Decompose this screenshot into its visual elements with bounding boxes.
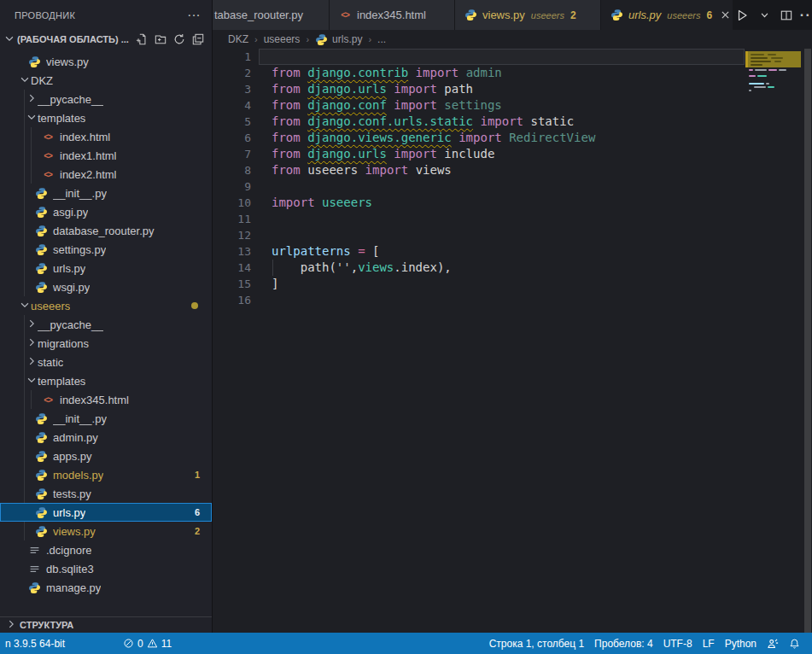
status-eol[interactable]: LF — [698, 633, 720, 654]
tab-problems-badge: 2 — [570, 9, 576, 21]
breadcrumb-item-DKZ[interactable]: DKZ — [228, 33, 248, 45]
code-text — [251, 49, 272, 65]
tree-item-views.py[interactable]: views.py — [0, 52, 212, 71]
tree-item-static[interactable]: static — [0, 353, 212, 371]
breadcrumb-item-useeers[interactable]: useeers — [264, 33, 301, 45]
close-icon[interactable] — [720, 9, 731, 20]
minimap-mark — [771, 57, 783, 59]
status-indentation[interactable]: Пробелов: 4 — [589, 633, 658, 654]
code-line-14[interactable]: 14 path('',views.index), — [213, 260, 812, 276]
code-line-5[interactable]: 5from django.conf.urls.static import sta… — [213, 114, 812, 130]
tab-urls.py[interactable]: urls.pyuseeers6 — [601, 0, 733, 30]
tree-item-__init__.py[interactable]: __init__.py — [0, 184, 212, 202]
tree-item-index2.html[interactable]: <>index2.html — [0, 165, 212, 184]
html-file-icon: <> — [41, 130, 55, 143]
tab-index345.html[interactable]: <>index345.html — [330, 0, 455, 30]
chevron-down-icon — [19, 73, 31, 88]
code-line-16[interactable]: 16 — [213, 292, 812, 308]
tab-label: index345.html — [357, 9, 426, 21]
code-line-3[interactable]: 3from django.urls import path — [213, 81, 812, 97]
code-line-6[interactable]: 6from django.views.generic import Redire… — [213, 130, 812, 146]
tree-item-__pycache__[interactable]: __pycache__ — [0, 90, 212, 108]
bell-icon — [789, 638, 800, 650]
minimap[interactable] — [745, 49, 803, 633]
run-dropdown-button[interactable] — [756, 7, 773, 24]
status-cursor-position[interactable]: Строка 1, столбец 1 — [484, 633, 589, 654]
tree-item-migrations[interactable]: migrations — [0, 334, 212, 353]
code-line-4[interactable]: 4from django.conf import settings — [213, 97, 812, 114]
status-notifications[interactable] — [784, 633, 805, 654]
code-line-8[interactable]: 8from useeers import views — [213, 162, 812, 178]
tree-item-admin.py[interactable]: admin.py — [0, 428, 212, 447]
tree-item-label: __init__.py — [53, 412, 107, 425]
line-number: 13 — [213, 243, 251, 260]
editor-actions: ··· — [733, 0, 812, 30]
outline-title: СТРУКТУРА — [20, 620, 73, 630]
refresh-explorer-button[interactable] — [171, 31, 188, 48]
status-language[interactable]: Python — [720, 633, 762, 654]
code-line-2[interactable]: 2from django.contrib import admin — [213, 65, 812, 81]
editor-more-actions-button[interactable]: ··· — [800, 7, 812, 24]
tree-item-db.sqlite3[interactable]: db.sqlite3 — [0, 559, 212, 578]
tree-item-urls.py[interactable]: urls.py6 — [0, 503, 212, 522]
new-file-button[interactable] — [133, 31, 150, 48]
tree-item-tests.py[interactable]: tests.py — [0, 484, 212, 503]
status-python-version[interactable]: n 3.9.5 64-bit — [0, 633, 70, 654]
tree-item-wsgi.py[interactable]: wsgi.py — [0, 277, 212, 296]
tab-views.py[interactable]: views.pyuseeers2 — [455, 0, 601, 30]
code-line-1[interactable]: 1 — [213, 49, 812, 65]
tree-item-apps.py[interactable]: apps.py — [0, 447, 212, 465]
status-problems[interactable]: 011 — [118, 633, 177, 654]
code-line-15[interactable]: 15] — [213, 276, 812, 292]
tree-item-views.py[interactable]: views.py2 — [0, 522, 212, 540]
python-file-icon — [34, 449, 48, 463]
tree-item-settings.py[interactable]: settings.py — [0, 240, 212, 259]
breadcrumb-item-...[interactable]: ... — [377, 33, 386, 45]
outline-section-header[interactable]: СТРУКТУРА — [0, 616, 212, 633]
workspace-section-header[interactable]: (РАБОЧАЯ ОБЛАСТЬ) ... — [0, 30, 212, 49]
code-line-9[interactable]: 9 — [213, 178, 812, 195]
status-feedback[interactable] — [762, 633, 784, 654]
run-button[interactable] — [733, 7, 751, 24]
tab-tabase_roouter.py[interactable]: tabase_roouter.py — [213, 0, 330, 30]
tree-item-templates[interactable]: templates — [0, 371, 212, 390]
tree-item-models.py[interactable]: models.py1 — [0, 465, 212, 484]
breadcrumb-label: useeers — [264, 33, 301, 45]
explorer-more-actions-button[interactable]: ··· — [186, 7, 203, 24]
tree-item-templates[interactable]: templates — [0, 108, 212, 127]
tree-item-index345.html[interactable]: <>index345.html — [0, 390, 212, 409]
chevron-down-icon — [26, 374, 38, 388]
code-line-12[interactable]: 12 — [213, 227, 812, 243]
tree-item-index.html[interactable]: <>index.html — [0, 127, 212, 146]
tree-item-__pycache__[interactable]: __pycache__ — [0, 315, 212, 334]
minimap-mark — [749, 83, 764, 85]
split-editor-button[interactable] — [778, 7, 795, 24]
tree-item-index1.html[interactable]: <>index1.html — [0, 146, 212, 165]
tree-item-.dcignore[interactable]: .dcignore — [0, 540, 212, 559]
code-editor[interactable]: 12from django.contrib import admin3from … — [213, 49, 812, 633]
tree-item-asgi.py[interactable]: asgi.py — [0, 202, 212, 221]
explorer-title: ПРОВОДНИК — [15, 10, 75, 20]
tree-item-urls.py[interactable]: urls.py — [0, 259, 212, 277]
tree-item-manage.py[interactable]: manage.py — [0, 578, 212, 597]
tree-item-useeers[interactable]: useeers — [0, 296, 212, 315]
collapse-folders-button[interactable] — [190, 31, 207, 48]
code-line-13[interactable]: 13urlpatterns = [ — [213, 243, 812, 260]
tree-item-database_roouter.py[interactable]: database_roouter.py — [0, 221, 212, 240]
code-line-11[interactable]: 11 — [213, 211, 812, 227]
code-line-7[interactable]: 7from django.urls import include — [213, 146, 812, 162]
python-file-icon — [464, 9, 477, 22]
new-folder-button[interactable] — [152, 31, 169, 48]
code-line-10[interactable]: 10import useeers — [213, 195, 812, 211]
scrollbar-slider[interactable] — [804, 49, 811, 633]
tree-item-label: db.sqlite3 — [46, 563, 94, 575]
code-text: from django.contrib import admin — [251, 65, 502, 81]
tree-item-label: DKZ — [31, 74, 53, 87]
tree-item-__init__.py[interactable]: __init__.py — [0, 409, 212, 428]
status-indentation-label: Пробелов: 4 — [594, 638, 653, 650]
status-encoding[interactable]: UTF-8 — [658, 633, 698, 654]
breadcrumb-item-urls.py[interactable]: urls.py — [315, 33, 362, 46]
code-text — [251, 227, 272, 243]
editor-scrollbar[interactable] — [803, 49, 812, 633]
tree-item-DKZ[interactable]: DKZ — [0, 71, 212, 90]
